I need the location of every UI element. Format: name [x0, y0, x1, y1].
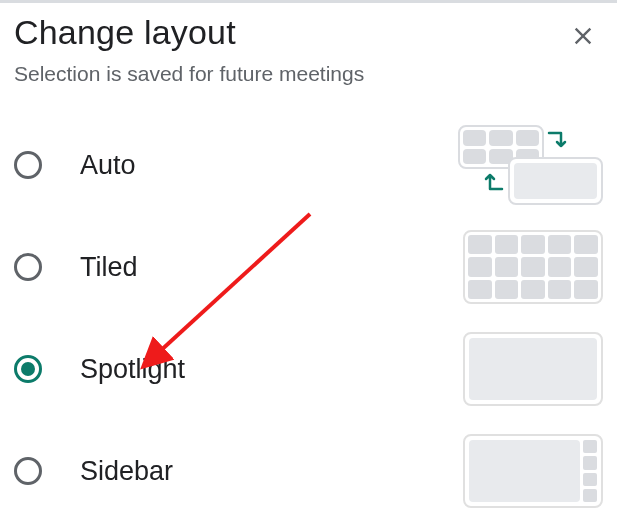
option-label: Sidebar [80, 456, 453, 487]
dialog-subtitle: Selection is saved for future meetings [14, 62, 603, 86]
radio-auto[interactable] [14, 151, 42, 179]
radio-tiled[interactable] [14, 253, 42, 281]
layout-options: Auto Tiled [14, 114, 603, 517]
swap-up-icon [484, 169, 504, 191]
option-label: Tiled [80, 252, 453, 283]
dialog-header: Change layout [14, 13, 603, 62]
layout-option-tiled[interactable]: Tiled [14, 216, 603, 318]
close-button[interactable] [563, 16, 603, 56]
change-layout-dialog: Change layout Selection is saved for fut… [0, 0, 617, 517]
dialog-title: Change layout [14, 13, 236, 52]
thumbnail-spotlight [453, 332, 603, 406]
thumbnail-tiled [453, 230, 603, 304]
swap-down-icon [547, 131, 567, 153]
thumbnail-auto [453, 125, 603, 205]
layout-option-sidebar[interactable]: Sidebar [14, 420, 603, 517]
close-icon [569, 22, 597, 50]
radio-sidebar[interactable] [14, 457, 42, 485]
layout-option-auto[interactable]: Auto [14, 114, 603, 216]
layout-option-spotlight[interactable]: Spotlight [14, 318, 603, 420]
radio-spotlight[interactable] [14, 355, 42, 383]
option-label: Auto [80, 150, 453, 181]
option-label: Spotlight [80, 354, 453, 385]
thumbnail-sidebar [453, 434, 603, 508]
